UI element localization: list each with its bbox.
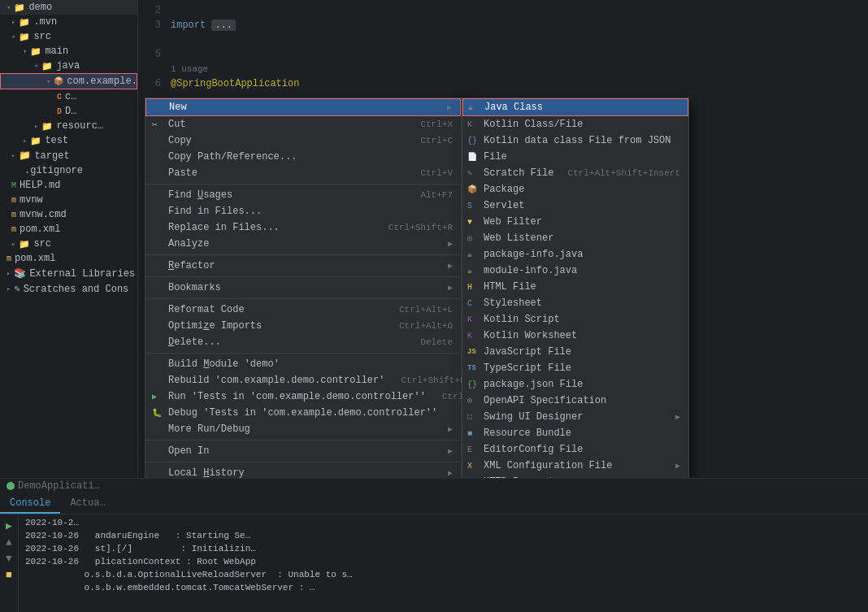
- sidebar-item-demo[interactable]: ▾ 📁 demo: [0, 0, 137, 15]
- menu-item-copy[interactable]: Copy Ctrl+C: [145, 132, 461, 149]
- menu-item-analyze[interactable]: Analyze ▶: [145, 236, 461, 252]
- submenu-item-editor-config[interactable]: E EditorConfig File: [462, 441, 688, 458]
- submenu-item-js-file[interactable]: JS JavaScript File: [462, 344, 688, 360]
- submenu-item-resource-bundle[interactable]: ■ Resource Bundle: [462, 425, 688, 441]
- submenu-label: XML Configuration File: [484, 460, 612, 471]
- menu-item-rebuild[interactable]: Rebuild 'com.example.demo.controller' Ct…: [145, 372, 461, 388]
- menu-item-copy-path[interactable]: Copy Path/Reference...: [145, 149, 461, 165]
- java-class-icon: ☕: [468, 102, 473, 112]
- scratch-icon: ✎: [14, 283, 20, 295]
- submenu-item-kotlin-class[interactable]: K Kotlin Class/File: [462, 116, 688, 132]
- submenu-item-ts-file[interactable]: TS TypeScript File: [462, 360, 688, 376]
- menu-item-reformat[interactable]: Reformat Code Ctrl+Alt+L: [145, 302, 461, 318]
- sidebar-item-java[interactable]: ▾ 📁 java: [0, 59, 137, 73]
- menu-item-run-tests[interactable]: ▶ Run 'Tests in 'com.example.demo.contro…: [145, 388, 461, 405]
- sidebar-item-pomxml2[interactable]: m pom.xml: [0, 251, 137, 266]
- menu-item-local-history[interactable]: Local History ▶: [145, 465, 461, 478]
- submenu-item-kotlin-data[interactable]: {} Kotlin data class File from JSON: [462, 132, 688, 149]
- submenu-item-xml-config[interactable]: X XML Configuration File ▶: [462, 458, 688, 474]
- menu-item-label: Delete...: [168, 336, 404, 348]
- submenu-item-stylesheet[interactable]: C Stylesheet: [462, 295, 688, 311]
- debug-icon: 🐛: [152, 408, 162, 418]
- arrow-icon: ▾: [7, 3, 11, 12]
- sidebar-item-main[interactable]: ▾ 📁 main: [0, 44, 137, 59]
- sidebar-item-scratches[interactable]: ▸ ✎ Scratches and Cons: [0, 281, 137, 297]
- sidebar-item-test[interactable]: ▸ 📁 test: [0, 133, 137, 148]
- menu-item-paste[interactable]: Paste Ctrl+V: [145, 165, 461, 181]
- menu-separator: [145, 440, 461, 441]
- tab-console[interactable]: Console: [0, 494, 60, 514]
- sidebar-item-mvn[interactable]: ▸ 📁 .mvn: [0, 15, 137, 29]
- submenu-item-java-class[interactable]: ☕ Java Class: [462, 98, 688, 116]
- file-icon: m: [11, 211, 16, 219]
- submenu-item-file[interactable]: 📄 File: [462, 149, 688, 165]
- submenu-item-web-listener[interactable]: ◎ Web Listener: [462, 230, 688, 246]
- submenu-item-scratch[interactable]: ✎ Scratch File Ctrl+Alt+Shift+Insert: [462, 165, 688, 181]
- scroll-down-button[interactable]: ▼: [2, 551, 16, 566]
- bottom-content-area: ▶ ▲ ▼ ■ 2022-10-2… 2022-10-26 andaruEngi…: [0, 514, 868, 612]
- submenu-item-kotlin-worksheet[interactable]: K Kotlin Worksheet: [462, 328, 688, 344]
- submenu-item-package-json[interactable]: {} package.json File: [462, 376, 688, 393]
- sidebar-label: src: [33, 31, 51, 42]
- stylesheet-icon: C: [467, 299, 472, 308]
- sidebar-item-ctrl-d[interactable]: D D…: [0, 104, 137, 119]
- run-indicator: [7, 482, 15, 490]
- submenu-item-web-filter[interactable]: ▼ Web Filter: [462, 214, 688, 230]
- submenu-item-http-request[interactable]: ⬡ HTTP Request: [462, 474, 688, 478]
- submenu-item-html-file[interactable]: H HTML File: [462, 279, 688, 295]
- submenu-item-kotlin-script[interactable]: K Kotlin Script: [462, 311, 688, 328]
- scroll-up-button[interactable]: ▲: [2, 535, 16, 549]
- menu-item-bookmarks[interactable]: Bookmarks ▶: [145, 280, 461, 296]
- menu-item-label: Open In: [168, 445, 448, 457]
- sidebar-item-ctrl-c[interactable]: C c…: [0, 89, 137, 104]
- submenu-item-module-info[interactable]: ☕ module-info.java: [462, 263, 688, 279]
- sidebar-item-target[interactable]: ▸ 📁 target: [0, 148, 137, 163]
- menu-item-new[interactable]: New ▶: [145, 98, 461, 116]
- menu-item-optimize[interactable]: Optimize Imports Ctrl+Alt+O: [145, 318, 461, 334]
- stop-button[interactable]: ■: [2, 567, 16, 582]
- menu-separator: [145, 276, 461, 277]
- submenu-label: Stylesheet: [484, 297, 542, 309]
- submenu-item-openapi[interactable]: ⊙ OpenAPI Specification: [462, 393, 688, 409]
- menu-item-delete[interactable]: Delete... Delete: [145, 334, 461, 350]
- sidebar-item-pomxml[interactable]: m pom.xml: [0, 222, 137, 237]
- submenu-arrow-icon: ▶: [448, 261, 453, 271]
- sidebar-item-mvnwcmd[interactable]: m mvnw.cmd: [0, 207, 137, 222]
- menu-item-replace-files[interactable]: Replace in Files... Ctrl+Shift+R: [145, 219, 461, 236]
- shortcut-label: Ctrl+Shift+F9: [401, 375, 471, 385]
- file-icon: m: [11, 196, 16, 205]
- sidebar-item-external-libs[interactable]: ▸ 📚 External Libraries: [0, 266, 137, 281]
- sidebar-item-package[interactable]: ▾ 📦 com.example.demo: [0, 73, 137, 89]
- play-button[interactable]: ▶: [2, 519, 16, 533]
- menu-item-find-usages[interactable]: Find Usages Alt+F7: [145, 187, 461, 203]
- menu-item-label: New: [169, 102, 447, 113]
- menu-item-refactor[interactable]: Refactor ▶: [145, 258, 461, 274]
- submenu-item-servlet[interactable]: S Servlet: [462, 197, 688, 214]
- run-label: DemoApplicati…: [18, 480, 100, 492]
- tab-actuator[interactable]: Actua…: [60, 494, 115, 514]
- menu-item-label: Cut: [168, 119, 404, 130]
- menu-item-debug-tests[interactable]: 🐛 Debug 'Tests in 'com.example.demo.cont…: [145, 405, 461, 421]
- menu-item-cut[interactable]: ✂ Cut Ctrl+X: [145, 116, 461, 132]
- submenu-item-swing-ui[interactable]: □ Swing UI Designer ▶: [462, 409, 688, 425]
- submenu-arrow-icon: ▶: [675, 461, 680, 471]
- menu-item-label: Find Usages: [168, 189, 404, 201]
- sidebar-item-src[interactable]: ▾ 📁 src: [0, 29, 137, 44]
- sidebar-item-src2[interactable]: ▸ 📁 src: [0, 237, 137, 251]
- sidebar-item-resources[interactable]: ▸ 📁 resourc…: [0, 119, 137, 133]
- menu-item-find-files[interactable]: Find in Files...: [145, 203, 461, 219]
- submenu-label: Web Filter: [484, 216, 542, 228]
- folder-icon: 📁: [30, 46, 41, 57]
- menu-separator: [145, 353, 461, 354]
- sidebar-label: test: [45, 135, 68, 146]
- sidebar-item-helpmd[interactable]: M HELP.md: [0, 178, 137, 193]
- menu-item-open-in[interactable]: Open In ▶: [145, 443, 461, 459]
- menu-item-build-module[interactable]: Build Module 'demo': [145, 356, 461, 372]
- sidebar-item-gitignore[interactable]: .gitignore: [0, 163, 137, 178]
- submenu-item-package-info[interactable]: ☕ package-info.java: [462, 246, 688, 263]
- menu-item-more-run[interactable]: More Run/Debug ▶: [145, 421, 461, 437]
- submenu-item-package[interactable]: 📦 Package: [462, 181, 688, 197]
- sidebar-item-mvnw[interactable]: m mvnw: [0, 193, 137, 207]
- submenu-label: Kotlin Worksheet: [484, 330, 577, 341]
- web-filter-icon: ▼: [467, 218, 472, 227]
